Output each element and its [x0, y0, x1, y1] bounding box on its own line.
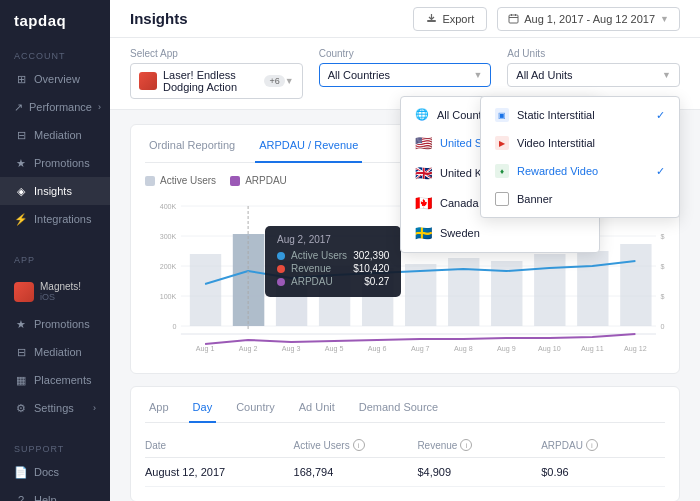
chevron-down-icon: ▼ [285, 76, 294, 86]
date-range-button[interactable]: Aug 1, 2017 - Aug 12 2017 ▼ [497, 7, 680, 31]
svg-text:300K: 300K [160, 232, 177, 241]
sidebar-item-label: Mediation [34, 129, 82, 141]
adunit-filter-select[interactable]: All Ad Units ▼ [507, 63, 680, 87]
adunit-filter-value: All Ad Units [516, 69, 572, 81]
chevron-down-icon: ▼ [473, 70, 482, 80]
sidebar-item-integrations[interactable]: ⚡ Integrations [0, 205, 110, 233]
adunit-item-banner[interactable]: Banner [481, 185, 679, 213]
svg-rect-20 [190, 254, 221, 326]
adunit-item-label: Banner [517, 193, 552, 205]
tooltip-row-revenue: Revenue $10,420 [277, 263, 389, 274]
svg-text:$10K: $10K [661, 292, 665, 301]
logo: tapdaq [0, 0, 110, 41]
svg-text:Aug 9: Aug 9 [497, 344, 516, 353]
tooltip-value: $0.27 [364, 276, 389, 287]
app-promotions-icon: ★ [14, 317, 28, 331]
sidebar-item-label: Performance [29, 101, 92, 113]
sidebar-item-performance[interactable]: ↗ Performance › [0, 93, 110, 121]
app-filter-icon [139, 72, 157, 90]
col-active-users: Active Users i [294, 439, 418, 451]
app-filter-select[interactable]: Laser! Endless Dodging Action +6 ▼ [130, 63, 303, 99]
sidebar-item-insights[interactable]: ◈ Insights [0, 177, 110, 205]
svg-text:Aug 1: Aug 1 [196, 344, 215, 353]
country-filter-group: Country All Countries ▼ [319, 48, 492, 99]
dropdown-item-se[interactable]: 🇸🇪 Sweden [401, 218, 599, 248]
banner-checkbox [495, 192, 509, 206]
sidebar-item-app-mediation[interactable]: ⊟ Mediation [0, 338, 110, 366]
tab-country[interactable]: Country [232, 401, 279, 423]
sidebar-item-label: Insights [34, 185, 72, 197]
date-range-label: Aug 1, 2017 - Aug 12 2017 [524, 13, 655, 25]
app-filter-value: Laser! Endless Dodging Action [163, 69, 258, 93]
sidebar-item-label: Promotions [34, 318, 90, 330]
info-icon[interactable]: i [460, 439, 472, 451]
dropdown-item-label: Sweden [440, 227, 480, 239]
sidebar-item-label: Docs [34, 466, 59, 478]
app-info: Magnets! iOS [40, 281, 81, 302]
adunit-item-label: Rewarded Video [517, 165, 598, 177]
sidebar-item-docs[interactable]: 📄 Docs [0, 458, 110, 486]
tab-ad-unit[interactable]: Ad Unit [295, 401, 339, 423]
tab-day[interactable]: Day [189, 401, 217, 423]
account-section-label: ACCOUNT [0, 41, 110, 65]
app-filter-label: Select App [130, 48, 303, 59]
topbar-actions: Export Aug 1, 2017 - Aug 12 2017 ▼ [413, 7, 680, 31]
promotions-icon: ★ [14, 156, 28, 170]
app-icon [14, 282, 34, 302]
sidebar-item-settings[interactable]: ⚙ Settings › [0, 394, 110, 422]
svg-text:Aug 7: Aug 7 [411, 344, 430, 353]
table-header: Date Active Users i Revenue i ARPDAU i [145, 433, 665, 458]
sidebar-item-label: Help [34, 494, 57, 501]
app-count-badge: +6 [264, 75, 284, 87]
svg-text:0: 0 [172, 322, 176, 331]
legend-active-users: Active Users [145, 175, 216, 186]
svg-text:$20K: $20K [661, 262, 665, 271]
cell-arpdau: $0.96 [541, 466, 665, 478]
app-platform: iOS [40, 292, 81, 302]
insights-icon: ◈ [14, 184, 28, 198]
svg-text:$30K: $30K [661, 232, 665, 241]
sidebar-item-mediation[interactable]: ⊟ Mediation [0, 121, 110, 149]
tab-arpdau-revenue[interactable]: ARPDAU / Revenue [255, 139, 362, 163]
adunit-item-static[interactable]: ▣ Static Interstitial ✓ [481, 101, 679, 129]
sidebar-item-label: Overview [34, 73, 80, 85]
adunit-item-rewarded[interactable]: ♦ Rewarded Video ✓ [481, 157, 679, 185]
bottom-tabs: App Day Country Ad Unit Demand Source [145, 401, 665, 423]
overview-icon: ⊞ [14, 72, 28, 86]
export-icon [426, 13, 437, 24]
cell-revenue: $4,909 [417, 466, 541, 478]
adunit-item-video[interactable]: ▶ Video Interstitial [481, 129, 679, 157]
info-icon[interactable]: i [586, 439, 598, 451]
export-button[interactable]: Export [413, 7, 487, 31]
tab-ordinal-reporting[interactable]: Ordinal Reporting [145, 139, 239, 163]
app-section-label: APP [0, 245, 110, 269]
static-interstitial-icon: ▣ [495, 108, 509, 122]
export-label: Export [442, 13, 474, 25]
svg-text:400K: 400K [160, 202, 177, 211]
tab-app[interactable]: App [145, 401, 173, 423]
info-icon[interactable]: i [353, 439, 365, 451]
app-mediation-icon: ⊟ [14, 345, 28, 359]
app-section: Magnets! iOS [0, 269, 110, 310]
check-icon: ✓ [656, 165, 665, 178]
svg-text:Aug 5: Aug 5 [325, 344, 344, 353]
col-arpdau: ARPDAU i [541, 439, 665, 451]
chevron-right-icon: › [93, 403, 96, 413]
sidebar-item-overview[interactable]: ⊞ Overview [0, 65, 110, 93]
sidebar-item-app-promotions[interactable]: ★ Promotions [0, 310, 110, 338]
docs-icon: 📄 [14, 465, 28, 479]
col-revenue: Revenue i [417, 439, 541, 451]
chevron-right-icon: › [98, 102, 101, 112]
country-filter-select[interactable]: All Countries ▼ [319, 63, 492, 87]
sidebar-item-placements[interactable]: ▦ Placements [0, 366, 110, 394]
sidebar-item-promotions[interactable]: ★ Promotions [0, 149, 110, 177]
svg-text:Aug 11: Aug 11 [581, 344, 604, 353]
topbar: Insights Export Aug 1, 2017 - Aug 12 201… [110, 0, 700, 38]
bottom-card: App Day Country Ad Unit Demand Source Da… [130, 386, 680, 501]
tab-demand-source[interactable]: Demand Source [355, 401, 443, 423]
col-date: Date [145, 439, 294, 451]
svg-rect-30 [620, 244, 651, 326]
sidebar-item-label: Mediation [34, 346, 82, 358]
sidebar-item-help[interactable]: ? Help [0, 486, 110, 501]
globe-icon: 🌐 [415, 108, 429, 121]
